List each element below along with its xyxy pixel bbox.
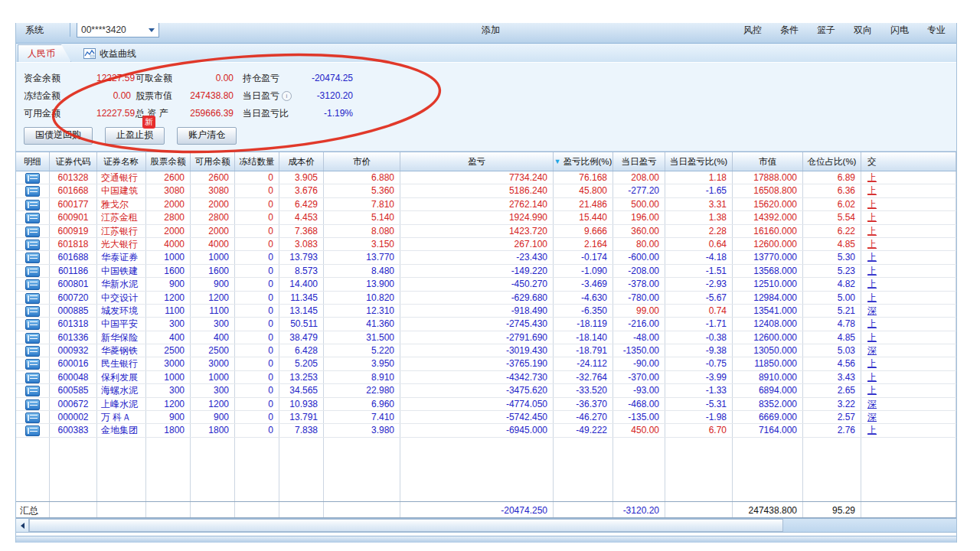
exchange-link[interactable]: 上 bbox=[861, 198, 956, 210]
exchange-link[interactable]: 上 bbox=[861, 171, 956, 184]
cell-detail[interactable] bbox=[16, 278, 50, 290]
column-header-price[interactable]: 市价 bbox=[324, 152, 400, 171]
cell-detail[interactable] bbox=[16, 331, 50, 344]
table-row[interactable]: 601318中国平安300300050.51141.360-2745.430-1… bbox=[16, 318, 956, 331]
exchange-link[interactable]: 上 bbox=[861, 238, 956, 250]
detail-icon[interactable] bbox=[25, 186, 40, 197]
exchange-link[interactable]: 上 bbox=[861, 371, 956, 383]
column-header-detail[interactable]: 明细 bbox=[16, 152, 50, 171]
cell-detail[interactable] bbox=[16, 171, 50, 184]
cell-detail[interactable] bbox=[16, 184, 50, 197]
detail-icon[interactable] bbox=[25, 399, 40, 410]
table-row[interactable]: 600016民生银行3000300005.2053.950-3765.190-2… bbox=[16, 357, 956, 370]
detail-icon[interactable] bbox=[25, 386, 40, 396]
repo-button[interactable]: 国债逆回购 bbox=[24, 127, 93, 145]
table-row[interactable]: 601688华泰证券10001000013.79313.770-23.430-0… bbox=[16, 251, 956, 264]
table-row[interactable]: 601186中国铁建1600160008.5738.480-149.220-1.… bbox=[16, 265, 956, 278]
cell-detail[interactable] bbox=[16, 357, 50, 370]
clear-account-button[interactable]: 账户清仓 bbox=[177, 127, 237, 145]
table-row[interactable]: 000885城发环境11001100013.14512.310-918.490-… bbox=[16, 305, 956, 318]
column-header-exch[interactable]: 交 bbox=[861, 152, 956, 171]
detail-icon[interactable] bbox=[25, 213, 40, 223]
cell-detail[interactable] bbox=[16, 371, 50, 383]
table-row[interactable]: 600720中交设计12001200011.34510.820-629.680-… bbox=[16, 292, 956, 305]
menu-item[interactable]: 条件 bbox=[780, 24, 799, 37]
exchange-link[interactable]: 深 bbox=[861, 411, 956, 423]
cell-detail[interactable] bbox=[16, 211, 50, 223]
table-row[interactable]: 600801华新水泥900900014.40013.900-450.270-3.… bbox=[16, 278, 956, 291]
cell-detail[interactable] bbox=[16, 384, 50, 396]
column-header-name[interactable]: 证券名称 bbox=[97, 152, 146, 171]
exchange-link[interactable]: 深 bbox=[861, 305, 956, 317]
cell-detail[interactable] bbox=[16, 398, 50, 410]
account-selector[interactable]: 00****3420 bbox=[77, 23, 159, 37]
column-header-cost[interactable]: 成本价 bbox=[279, 152, 324, 171]
table-row[interactable]: 600901江苏金租2800280004.4535.1401924.99015.… bbox=[16, 211, 956, 224]
column-header-balance[interactable]: 股票余额 bbox=[146, 152, 191, 171]
table-row[interactable]: 601668中国建筑3080308003.6765.3605186.24045.… bbox=[16, 184, 956, 197]
exchange-link[interactable]: 上 bbox=[861, 265, 956, 277]
menu-item[interactable]: 风控 bbox=[743, 24, 762, 37]
detail-icon[interactable] bbox=[25, 373, 40, 383]
detail-icon[interactable] bbox=[25, 425, 40, 436]
cell-detail[interactable] bbox=[16, 318, 50, 330]
detail-icon[interactable] bbox=[25, 200, 40, 210]
exchange-link[interactable]: 上 bbox=[861, 331, 956, 344]
exchange-link[interactable]: 深 bbox=[861, 344, 956, 357]
exchange-link[interactable]: 深 bbox=[861, 398, 956, 410]
cell-detail[interactable] bbox=[16, 344, 50, 357]
cell-detail[interactable] bbox=[16, 251, 50, 263]
detail-icon[interactable] bbox=[25, 412, 40, 423]
menu-item[interactable]: 双向 bbox=[854, 24, 872, 37]
horizontal-scrollbar[interactable] bbox=[16, 518, 956, 533]
cell-detail[interactable] bbox=[16, 225, 50, 237]
detail-icon[interactable] bbox=[25, 333, 40, 344]
detail-icon[interactable] bbox=[25, 306, 40, 317]
exchange-link[interactable]: 上 bbox=[861, 292, 956, 304]
exchange-link[interactable]: 上 bbox=[861, 278, 956, 290]
table-row[interactable]: 600383金地集团1800180007.8383.980-6945.000-4… bbox=[16, 424, 956, 437]
exchange-link[interactable]: 上 bbox=[861, 357, 956, 370]
exchange-link[interactable]: 上 bbox=[861, 318, 956, 330]
detail-icon[interactable] bbox=[25, 293, 40, 304]
detail-icon[interactable] bbox=[25, 240, 40, 250]
table-row[interactable]: 000002万 科Ａ900900013.7917.410-5742.450-46… bbox=[16, 411, 956, 424]
tab-rmb[interactable]: 人民币 bbox=[18, 44, 71, 62]
column-header-pl[interactable]: 盈亏 bbox=[400, 152, 554, 171]
detail-icon[interactable] bbox=[25, 346, 40, 357]
column-header-pos_pct[interactable]: 仓位占比(%) bbox=[803, 152, 861, 171]
exchange-link[interactable]: 上 bbox=[861, 225, 956, 237]
table-row[interactable]: 000672上峰水泥12001200010.9386.960-4774.050-… bbox=[16, 398, 956, 411]
cell-detail[interactable] bbox=[16, 305, 50, 317]
cell-detail[interactable] bbox=[16, 265, 50, 277]
scrollbar-thumb[interactable] bbox=[29, 519, 783, 532]
exchange-link[interactable]: 上 bbox=[861, 184, 956, 197]
menu-item[interactable]: 专业 bbox=[927, 24, 946, 37]
detail-icon[interactable] bbox=[25, 173, 40, 184]
table-row[interactable]: 600585海螺水泥300300034.56522.980-3475.620-3… bbox=[16, 384, 956, 397]
column-header-code[interactable]: 证券代码 bbox=[50, 152, 97, 171]
column-header-frozen[interactable]: 冻结数量 bbox=[235, 152, 279, 171]
menu-item-system[interactable]: 系统 bbox=[25, 24, 44, 37]
table-row[interactable]: 600177雅戈尔2000200006.4297.8102762.14021.4… bbox=[16, 198, 956, 211]
table-row[interactable]: 600919江苏银行2000200007.3688.0801423.7209.6… bbox=[16, 225, 956, 238]
detail-icon[interactable] bbox=[25, 266, 40, 277]
cell-detail[interactable] bbox=[16, 411, 50, 423]
table-row[interactable]: 601818光大银行4000400003.0833.150267.1002.16… bbox=[16, 238, 956, 251]
exchange-link[interactable]: 上 bbox=[861, 424, 956, 436]
detail-icon[interactable] bbox=[25, 227, 40, 237]
menu-item-add[interactable]: 添加 bbox=[482, 24, 500, 37]
cell-detail[interactable] bbox=[16, 238, 50, 250]
exchange-link[interactable]: 上 bbox=[861, 211, 956, 223]
exchange-link[interactable]: 上 bbox=[861, 251, 956, 263]
table-row[interactable]: 601336新华保险400400038.47931.500-2791.690-1… bbox=[16, 331, 956, 344]
exchange-link[interactable]: 上 bbox=[861, 384, 956, 396]
table-row[interactable]: 000932华菱钢铁2500250006.4285.220-3019.430-1… bbox=[16, 344, 956, 357]
column-header-day_pl[interactable]: 当日盈亏 bbox=[613, 152, 665, 171]
cell-detail[interactable] bbox=[16, 292, 50, 304]
stop-profit-loss-button[interactable]: 止盈止损 bbox=[105, 127, 165, 145]
detail-icon[interactable] bbox=[25, 319, 40, 330]
detail-icon[interactable] bbox=[25, 279, 40, 290]
detail-icon[interactable] bbox=[25, 359, 40, 370]
table-row[interactable]: 600048保利发展10001000013.2538.910-4342.730-… bbox=[16, 371, 956, 384]
